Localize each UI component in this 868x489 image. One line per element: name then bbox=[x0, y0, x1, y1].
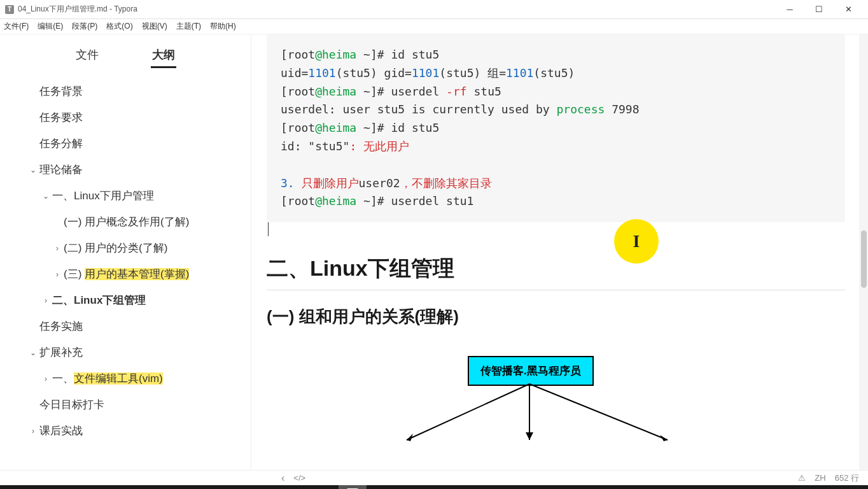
menu-bar: 文件(F) 编辑(E) 段落(P) 格式(O) 视图(V) 主题(T) 帮助(H… bbox=[0, 19, 868, 34]
outline-item[interactable]: ›课后实战 bbox=[11, 418, 251, 444]
heading-2[interactable]: 二、Linux下组管理 bbox=[267, 254, 845, 290]
taskbar-notepad[interactable]: 📗 bbox=[227, 485, 255, 489]
taskbar-vm[interactable]: ▣ bbox=[283, 485, 311, 489]
svg-line-4 bbox=[529, 384, 668, 440]
chevron-down-icon: ⌄ bbox=[28, 348, 38, 357]
status-bar: ‹ </> ⚠ ZH 652 行 bbox=[0, 470, 868, 485]
svg-marker-5 bbox=[660, 435, 668, 441]
close-button[interactable]: ✕ bbox=[834, 0, 863, 19]
chevron-down-icon: ⌄ bbox=[41, 192, 51, 201]
menu-file[interactable]: 文件(F) bbox=[4, 21, 29, 32]
diagram: 传智播客.黑马程序员 bbox=[267, 338, 845, 453]
taskbar[interactable]: ⊞ 🔍 🎨 📁 e 🖌️ V 🔴 📗 ▦ ▣ 📂 T 🖼️ 🔌 88% ˄ ▦ … bbox=[0, 485, 868, 489]
start-button[interactable]: ⊞ bbox=[3, 485, 31, 489]
taskbar-folder2[interactable]: 📂 bbox=[311, 485, 339, 489]
taskbar-app3[interactable]: 🖼️ bbox=[367, 485, 395, 489]
menu-help[interactable]: 帮助(H) bbox=[210, 21, 236, 32]
warning-icon[interactable]: ⚠ bbox=[798, 473, 806, 483]
outline-item[interactable]: 任务背景 bbox=[11, 78, 251, 104]
taskbar-typora[interactable]: T bbox=[339, 485, 367, 489]
menu-view[interactable]: 视图(V) bbox=[142, 21, 167, 32]
menu-format[interactable]: 格式(O) bbox=[106, 21, 132, 32]
outline-item[interactable]: ⌄理论储备 bbox=[11, 157, 251, 183]
outline-item-active[interactable]: ›(三) 用户的基本管理(掌握) bbox=[11, 261, 251, 287]
app-icon: T bbox=[5, 5, 14, 14]
maximize-button[interactable]: ☐ bbox=[804, 0, 834, 19]
outline-item[interactable]: 任务分解 bbox=[11, 131, 251, 157]
chevron-right-icon: › bbox=[41, 374, 51, 383]
nav-back-icon[interactable]: ‹ bbox=[281, 472, 284, 484]
outline-item[interactable]: (一) 用户概念及作用(了解) bbox=[11, 209, 251, 235]
minimize-button[interactable]: ─ bbox=[775, 0, 804, 19]
menu-edit[interactable]: 编辑(E) bbox=[38, 21, 63, 32]
svg-marker-3 bbox=[526, 432, 533, 440]
chevron-right-icon: › bbox=[41, 296, 51, 305]
outline-item[interactable]: 任务要求 bbox=[11, 104, 251, 131]
outline-panel: 任务背景 任务要求 任务分解 ⌄理论储备 ⌄一、Linux下用户管理 (一) 用… bbox=[0, 74, 251, 470]
editor-pane[interactable]: [root@heima ~]# id stu5 uid=1101(stu5) g… bbox=[251, 34, 868, 470]
scrollbar[interactable] bbox=[859, 34, 868, 470]
status-lines[interactable]: 652 行 bbox=[835, 472, 859, 484]
outline-item[interactable]: 今日目标打卡 bbox=[11, 392, 251, 418]
chevron-down-icon: ⌄ bbox=[28, 166, 38, 174]
svg-line-0 bbox=[407, 384, 529, 440]
chevron-right-icon: › bbox=[28, 427, 38, 436]
taskbar-explorer[interactable]: 📁 bbox=[87, 485, 115, 489]
status-language[interactable]: ZH bbox=[815, 473, 825, 483]
sidebar: 文件 大纲 任务背景 任务要求 任务分解 ⌄理论储备 ⌄一、Linux下用户管理… bbox=[0, 34, 251, 470]
chevron-right-icon: › bbox=[52, 270, 62, 279]
window-title: 04_Linux下用户组管理.md - Typora bbox=[18, 4, 775, 15]
code-block[interactable]: [root@heima ~]# id stu5 uid=1101(stu5) g… bbox=[267, 34, 845, 222]
taskbar-app[interactable]: 🎨 bbox=[59, 485, 87, 489]
sidebar-tab-outline[interactable]: 大纲 bbox=[151, 43, 176, 68]
outline-item[interactable]: 任务实施 bbox=[11, 313, 251, 339]
search-icon[interactable]: 🔍 bbox=[31, 485, 59, 489]
menu-theme[interactable]: 主题(T) bbox=[176, 21, 201, 32]
heading-3[interactable]: (一) 组和用户的关系(理解) bbox=[267, 306, 845, 328]
taskbar-visio[interactable]: V bbox=[171, 485, 199, 489]
text-cursor bbox=[268, 222, 269, 236]
breadcrumb-code-icon[interactable]: </> bbox=[293, 473, 305, 483]
scrollbar-thumb[interactable] bbox=[861, 230, 867, 288]
title-bar: T 04_Linux下用户组管理.md - Typora ─ ☐ ✕ bbox=[0, 0, 868, 19]
taskbar-app2[interactable]: ▦ bbox=[255, 485, 283, 489]
outline-item[interactable]: ⌄一、Linux下用户管理 bbox=[11, 183, 251, 209]
highlight-cursor-icon: I bbox=[614, 219, 659, 264]
chevron-right-icon: › bbox=[52, 244, 62, 253]
outline-item[interactable]: ›二、Linux下组管理 bbox=[11, 287, 251, 313]
taskbar-paint[interactable]: 🖌️ bbox=[143, 485, 171, 489]
taskbar-chrome[interactable]: 🔴 bbox=[199, 485, 227, 489]
outline-item[interactable]: ›(二) 用户的分类(了解) bbox=[11, 235, 251, 261]
taskbar-edge[interactable]: e bbox=[115, 485, 143, 489]
menu-paragraph[interactable]: 段落(P) bbox=[72, 21, 97, 32]
outline-item[interactable]: ›一、文件编辑工具(vim) bbox=[11, 365, 251, 392]
sidebar-tab-file[interactable]: 文件 bbox=[74, 43, 100, 68]
outline-item[interactable]: ⌄扩展补充 bbox=[11, 339, 251, 365]
